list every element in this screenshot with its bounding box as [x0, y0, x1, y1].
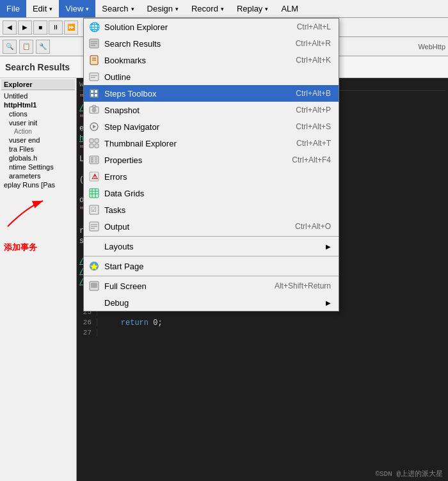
- menu-record[interactable]: Record ▾: [185, 0, 230, 17]
- toolbar2-btn3[interactable]: 🔧: [36, 40, 50, 54]
- menu-record-arrow: ▾: [221, 6, 224, 12]
- dropdown-properties[interactable]: Properties Ctrl+Alt+F4: [84, 152, 339, 168]
- svg-rect-15: [95, 94, 97, 97]
- menu-replay[interactable]: Replay ▾: [230, 0, 275, 17]
- svg-rect-22: [90, 139, 93, 143]
- toolbar2-btn1[interactable]: 🔍: [3, 40, 17, 54]
- arrow-svg: [1, 194, 52, 233]
- svg-rect-19: [92, 106, 96, 107]
- dropdown-thumbnail-explorer[interactable]: Thumbnail Explorer Ctrl+Alt+T: [84, 135, 339, 152]
- menu-edit[interactable]: Edit ▾: [26, 0, 59, 17]
- left-panel-parameters[interactable]: arameters: [1, 171, 75, 180]
- left-panel-runtime[interactable]: ntime Settings: [1, 162, 75, 171]
- dropdown-errors[interactable]: ⚠ Errors: [84, 168, 339, 185]
- debug-icon: [89, 297, 99, 308]
- dropdown-bookmarks[interactable]: Bookmarks Ctrl+Alt+K: [84, 52, 339, 68]
- svg-rect-25: [95, 144, 99, 148]
- toolbar-run-btn[interactable]: ⏩: [64, 20, 78, 35]
- snapshot-icon: [89, 105, 99, 115]
- dropdown-step-navigator[interactable]: Step Navigator Ctrl+Alt+S: [84, 118, 339, 135]
- dropdown-start-page[interactable]: Start Page: [84, 258, 339, 274]
- menu-replay-arrow: ▾: [265, 6, 268, 12]
- dropdown-separator-3: [84, 276, 339, 276]
- svg-rect-12: [91, 90, 93, 93]
- start-page-icon: [89, 261, 99, 271]
- dropdown-output[interactable]: Output Ctrl+Alt+O: [84, 218, 339, 235]
- fullscreen-icon: [89, 281, 99, 291]
- globe-icon: 🌐: [89, 22, 99, 32]
- arrow-container: 添加事务: [1, 194, 75, 255]
- menu-file[interactable]: File: [0, 0, 26, 17]
- svg-text:☑: ☑: [91, 206, 97, 213]
- debug-arrow-icon: ▶: [326, 299, 331, 306]
- dropdown-solution-explorer[interactable]: 🌐 Solution Explorer Ctrl+Alt+L: [84, 19, 339, 35]
- menu-design-arrow: ▾: [175, 6, 179, 12]
- dropdown-fullscreen[interactable]: Full Screen Alt+Shift+Return: [84, 278, 339, 294]
- view-dropdown: 🌐 Solution Explorer Ctrl+Alt+L Search Re…: [83, 18, 339, 311]
- errors-icon: ⚠: [89, 171, 99, 182]
- webhttplib-label: WebHttp: [418, 43, 445, 51]
- tasks-icon: ☑: [89, 205, 99, 215]
- search-results-title: Search Results: [5, 62, 70, 72]
- thumbnail-explorer-icon: [89, 138, 99, 148]
- search-results-icon: [89, 38, 99, 49]
- layouts-icon: [89, 241, 99, 251]
- svg-marker-21: [93, 125, 96, 129]
- layouts-arrow-icon: ▶: [326, 243, 331, 250]
- dropdown-separator-2: [84, 256, 339, 256]
- svg-rect-23: [95, 139, 99, 143]
- dropdown-snapshot[interactable]: Snapshot Ctrl+Alt+P: [84, 102, 339, 118]
- menu-alm[interactable]: ALM: [275, 0, 305, 17]
- dropdown-tasks[interactable]: ☑ Tasks: [84, 201, 339, 218]
- code-line-26: 26 return 0;: [79, 319, 445, 329]
- left-panel-action[interactable]: Action: [1, 127, 75, 136]
- left-panel-vuser-end[interactable]: vuser end: [1, 136, 75, 145]
- menu-search[interactable]: Search ▾: [95, 0, 140, 17]
- left-panel-title: Explorer: [1, 79, 75, 90]
- annotation-text: 添加事务: [1, 240, 75, 255]
- svg-point-18: [93, 109, 95, 111]
- svg-rect-8: [90, 73, 99, 81]
- menu-search-arrow: ▾: [131, 6, 134, 12]
- data-grids-icon: [89, 188, 99, 198]
- left-panel-ctions[interactable]: ctions: [1, 109, 75, 118]
- left-panel-globals[interactable]: globals.h: [1, 154, 75, 162]
- menu-design[interactable]: Design ▾: [141, 0, 185, 17]
- svg-text:⚠: ⚠: [92, 173, 98, 180]
- left-panel-replay-runs[interactable]: eplay Runs [Pas: [1, 180, 75, 189]
- dropdown-steps-toolbox[interactable]: Steps Toolbox Ctrl+Alt+B: [84, 85, 339, 102]
- dropdown-outline[interactable]: Outline: [84, 68, 339, 85]
- dropdown-search-results[interactable]: Search Results Ctrl+Alt+R: [84, 35, 339, 52]
- bookmarks-icon: [89, 55, 99, 65]
- menubar: File Edit ▾ View ▾ Search ▾ Design ▾ Rec…: [0, 0, 448, 18]
- svg-rect-13: [95, 90, 97, 93]
- left-panel-vuser-init[interactable]: vuser init: [1, 118, 75, 127]
- code-line-27: 27: [79, 329, 445, 339]
- left-panel-untitled[interactable]: Untitled: [1, 91, 75, 100]
- dropdown-debug[interactable]: Debug ▶: [84, 294, 339, 311]
- properties-icon: [89, 155, 99, 165]
- menu-view[interactable]: View ▾: [59, 0, 95, 17]
- steps-toolbox-icon: [89, 88, 99, 99]
- svg-rect-24: [90, 144, 93, 148]
- left-panel-tra-files[interactable]: tra Files: [1, 145, 75, 154]
- svg-rect-35: [90, 189, 99, 198]
- menu-view-arrow: ▾: [86, 6, 89, 12]
- toolbar-forward-btn[interactable]: ▶: [18, 20, 32, 35]
- outline-icon: [89, 72, 99, 82]
- menu-edit-arrow: ▾: [49, 6, 52, 12]
- footer-text: ©SDN @上进的派大星: [375, 469, 443, 478]
- dropdown-separator-1: [84, 236, 339, 237]
- left-panel-httphtml1[interactable]: httpHtml1: [1, 100, 75, 109]
- step-navigator-icon: [89, 122, 99, 132]
- dropdown-layouts[interactable]: Layouts ▶: [84, 238, 339, 255]
- output-icon: [89, 221, 99, 232]
- toolbar-back-btn[interactable]: ◀: [3, 20, 17, 35]
- svg-rect-49: [91, 283, 97, 288]
- left-panel: Explorer Untitled httpHtml1 ctions vuser…: [0, 78, 77, 481]
- toolbar-pause-btn[interactable]: ⏸: [49, 20, 63, 35]
- dropdown-data-grids[interactable]: Data Grids: [84, 185, 339, 201]
- toolbar2-btn2[interactable]: 📋: [19, 40, 33, 54]
- svg-rect-14: [91, 94, 93, 97]
- toolbar-stop-btn[interactable]: ■: [33, 20, 47, 35]
